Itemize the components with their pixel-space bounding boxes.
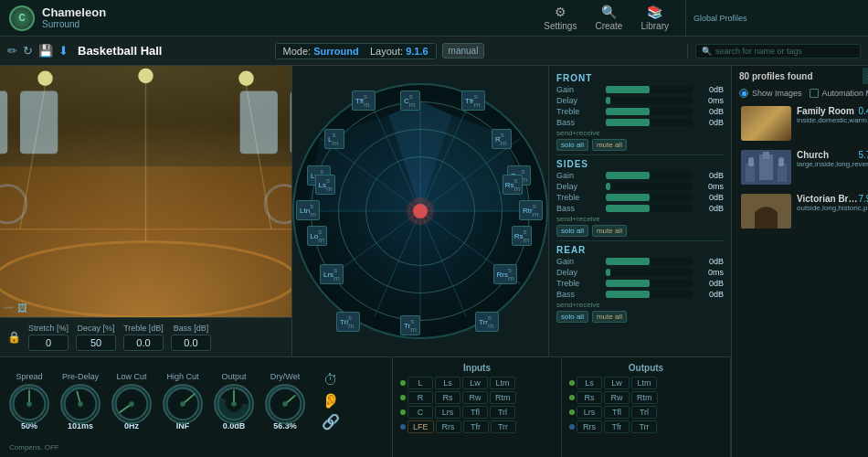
speaker-tfl[interactable]: Tfls m [352,90,376,111]
front-treble-val: 0dB [696,107,724,116]
clock-icon[interactable]: ⏱ [323,372,338,388]
input-btn-rs[interactable]: Rs [435,391,460,404]
view-buttons: ☰ ⊞ [863,68,868,84]
input-btn-l[interactable]: L [408,377,433,389]
speaker-ls[interactable]: Lss m [315,175,335,195]
output-btn-tfr[interactable]: Tfr [604,420,630,433]
profile-search[interactable]: 🔍 search for name or tags [695,44,861,58]
profile-time-church: 5.78s [859,150,868,160]
output-dial[interactable] [214,384,254,424]
output-btn-trr[interactable]: Trr [631,420,657,433]
input-btn-r[interactable]: R [408,391,433,404]
output-btn-tfl[interactable]: Tfl [604,406,630,419]
output-btn-ls[interactable]: Ls [577,377,602,389]
download-icon[interactable]: ⬇ [58,44,69,58]
speaker-ltn[interactable]: Ltns m [296,200,320,220]
predelay-dial[interactable] [60,384,101,424]
input-btn-rw[interactable]: Rw [462,391,488,404]
bottom-left: Spread 50% Pre-Delay [0,357,393,457]
rear-solo-btn[interactable]: solo all [556,311,588,323]
rear-delay-bar [606,269,610,276]
speaker-rs[interactable]: Rss m [503,175,523,195]
rear-spread: send+receive [556,301,724,309]
output-btn-rw[interactable]: Rw [604,391,630,404]
stretch-value[interactable]: 0 [28,335,69,351]
decay-value[interactable]: 50 [76,335,116,351]
speaker-trl[interactable]: Trls m [336,312,360,332]
edit-icon[interactable]: ✏ [7,44,17,58]
sides-gain-row: Gain 0dB [556,171,724,180]
lock-icon[interactable]: 🔒 [7,331,21,344]
profiles-list: Family Room 0.42s inside,domestic,warm,s… [732,101,868,457]
profile-card-church[interactable]: Church 5.78s large,inside,long,reverbera… [739,148,868,186]
library-button[interactable]: 📚 Library [631,1,678,35]
show-images-toggle[interactable]: Show Images [739,89,802,98]
spread-knob-group: Spread 50% [9,372,49,430]
front-solo-btn[interactable]: solo all [556,139,588,151]
settings-button[interactable]: ⚙ Settings [535,1,586,35]
output-led-1 [569,380,575,386]
input-btn-lrs[interactable]: Lrs [435,406,460,419]
input-btn-lw[interactable]: Lw [462,377,488,389]
link-icon[interactable]: 🔗 [322,413,340,430]
input-btn-rtm[interactable]: Rtm [490,391,516,404]
output-btn-rs[interactable]: Rs [577,391,602,404]
input-btn-tfr[interactable]: Tfr [463,420,489,433]
input-btn-rrs[interactable]: Rrs [436,420,461,433]
speaker-l[interactable]: Ls m [324,129,344,149]
input-btn-trr[interactable]: Trr [491,420,516,433]
manual-button[interactable]: manual [442,43,485,58]
speaker-rtr[interactable]: Rtrs m [519,200,543,220]
input-btn-ls[interactable]: Ls [435,377,460,389]
input-btn-tfl[interactable]: Tfl [462,406,488,419]
rear-mute-btn[interactable]: mute all [592,311,627,323]
rear-section-title: REAR [556,245,724,255]
bottom-bar: Spread 50% Pre-Delay [0,356,731,457]
radio-dot [739,89,748,98]
refresh-icon[interactable]: ↻ [23,44,33,58]
highcut-dial[interactable] [163,384,203,424]
output-btn-rtm[interactable]: Rtm [631,391,658,404]
spread-dial[interactable] [9,384,49,424]
output-btn-lw[interactable]: Lw [604,377,630,389]
create-button[interactable]: 🔍 Create [586,1,631,35]
speaker-rs2[interactable]: Rss m [512,226,532,246]
output-btn-trl[interactable]: Trl [631,406,657,419]
speaker-tr[interactable]: Trs m [400,315,420,335]
drywet-dial[interactable] [265,384,305,424]
show-images-row: Show Images Automation Mode [732,86,868,101]
drywet-knob-group: Dry/Wet 56.3% [265,372,305,430]
lowcut-dial[interactable] [111,384,152,424]
input-btn-trl[interactable]: Trl [490,406,515,419]
input-btn-ltm[interactable]: Ltm [490,377,515,389]
bass-value[interactable]: 0.0 [171,335,211,351]
image-icon[interactable]: 🖼 [17,303,27,314]
profile-card-family-room[interactable]: Family Room 0.42s inside,domestic,warm,s… [739,104,868,143]
output-btn-lrs[interactable]: Lrs [577,406,602,419]
speaker-tfr[interactable]: Tfrs m [461,90,485,111]
speaker-lo[interactable]: Los m [307,226,327,246]
list-view-button[interactable]: ☰ [863,68,868,84]
speaker-r[interactable]: Rs m [492,129,512,149]
automation-mode-toggle[interactable]: Automation Mode [810,89,868,98]
speaker-c[interactable]: Cs m [400,90,420,111]
waveform-icon[interactable]: 〰 [4,303,14,314]
profile-card-victorian[interactable]: Victorian Brick Archway 7.96s outside,lo… [739,192,868,230]
front-treble-row: Treble 0dB [556,107,724,116]
input-btn-lfe[interactable]: LFE [408,420,434,433]
speaker-lrs[interactable]: Lrss m [320,264,344,284]
ear-icon[interactable]: 👂 [322,392,340,409]
sides-solo-btn[interactable]: solo all [556,225,588,237]
input-btn-c[interactable]: C [408,406,433,419]
stretch-group: Stretch [%] 0 [28,324,69,351]
svg-point-10 [37,71,53,87]
front-mute-btn[interactable]: mute all [592,139,627,151]
treble-value[interactable]: 0.0 [123,335,164,351]
save-icon[interactable]: 💾 [38,44,53,58]
sides-mute-btn[interactable]: mute all [592,225,627,237]
speaker-trr[interactable]: Trrs m [475,312,499,332]
output-btn-rrs[interactable]: Rrs [577,420,602,433]
output-btn-ltm[interactable]: Ltm [631,377,657,389]
front-bass-val: 0dB [696,118,724,127]
speaker-rrs[interactable]: Rrss m [493,264,517,284]
